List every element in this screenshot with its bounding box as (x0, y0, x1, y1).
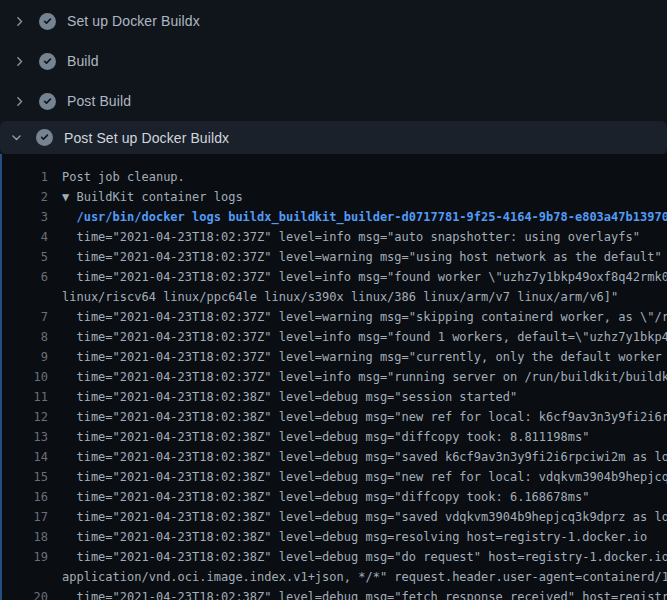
log-line: 3 /usr/bin/docker logs buildx_buildkit_b… (2, 207, 667, 227)
log-line-number: 17 (2, 507, 48, 527)
log-line-number: 2 (2, 187, 48, 207)
log-line: linux/riscv64 linux/ppc64le linux/s390x … (2, 287, 667, 307)
log-line-number: 11 (2, 387, 48, 407)
workflow-log-panel: Set up Docker Buildx Build P (0, 0, 667, 600)
log-line-text: time="2021-04-23T18:02:38Z" level=debug … (62, 587, 667, 600)
log-line: 15 time="2021-04-23T18:02:38Z" level=deb… (2, 467, 667, 487)
log-line-text: time="2021-04-23T18:02:37Z" level=info m… (62, 267, 667, 287)
log-line-number: 12 (2, 407, 48, 427)
log-line-number: 19 (2, 547, 48, 567)
log-line-number: 9 (2, 347, 48, 367)
log-line-text: time="2021-04-23T18:02:38Z" level=debug … (62, 547, 667, 567)
step-title: Set up Docker Buildx (67, 13, 200, 29)
step-row-set-up-docker-buildx[interactable]: Set up Docker Buildx (0, 1, 667, 41)
log-line-number: 15 (2, 467, 48, 487)
log-area[interactable]: 1 Post job cleanup. 2 ▼ BuildKit contain… (0, 154, 667, 600)
log-line-text: application/vnd.oci.image.index.v1+json,… (62, 567, 667, 587)
step-title: Post Set up Docker Buildx (64, 130, 229, 146)
log-line-text: time="2021-04-23T18:02:38Z" level=debug … (62, 467, 667, 487)
log-line: 9 time="2021-04-23T18:02:37Z" level=warn… (2, 347, 667, 367)
chevron-down-icon (10, 131, 23, 144)
log-line-text: time="2021-04-23T18:02:38Z" level=debug … (62, 447, 667, 467)
log-line-text: time="2021-04-23T18:02:37Z" level=warnin… (62, 307, 667, 327)
log-line-number: 13 (2, 427, 48, 447)
log-group-toggle[interactable]: 2 ▼ BuildKit container logs (2, 187, 667, 207)
log-line-text: time="2021-04-23T18:02:38Z" level=debug … (62, 487, 589, 507)
log-line-text: time="2021-04-23T18:02:37Z" level=info m… (62, 227, 640, 247)
check-circle-icon (39, 93, 56, 110)
log-line-number: 7 (2, 307, 48, 327)
log-line-text: time="2021-04-23T18:02:37Z" level=info m… (62, 367, 667, 387)
log-line: 20 time="2021-04-23T18:02:38Z" level=deb… (2, 587, 667, 600)
log-line-number: 1 (2, 167, 48, 187)
log-line: 5 time="2021-04-23T18:02:37Z" level=warn… (2, 247, 667, 267)
log-line-number: 8 (2, 327, 48, 347)
log-line-text: linux/riscv64 linux/ppc64le linux/s390x … (62, 287, 618, 307)
log-line: 13 time="2021-04-23T18:02:38Z" level=deb… (2, 427, 667, 447)
log-line-number: 20 (2, 587, 48, 600)
steps-list: Set up Docker Buildx Build P (0, 0, 667, 154)
step-title: Build (67, 53, 99, 69)
log-line-number: 18 (2, 527, 48, 547)
log-line: 16 time="2021-04-23T18:02:38Z" level=deb… (2, 487, 667, 507)
log-line: 6 time="2021-04-23T18:02:37Z" level=info… (2, 267, 667, 287)
log-line: 8 time="2021-04-23T18:02:37Z" level=info… (2, 327, 667, 347)
log-line-text: Post job cleanup. (62, 167, 185, 187)
check-circle-icon (36, 129, 53, 146)
check-circle-icon (39, 13, 56, 30)
step-title: Post Build (67, 93, 131, 109)
log-command-text: /usr/bin/docker logs buildx_buildkit_bui… (62, 207, 667, 227)
log-line: 11 time="2021-04-23T18:02:38Z" level=deb… (2, 387, 667, 407)
log-line-number: 14 (2, 447, 48, 467)
chevron-right-icon (13, 55, 26, 68)
log-line-text: time="2021-04-23T18:02:38Z" level=debug … (62, 387, 517, 407)
step-header-post-set-up-docker-buildx[interactable]: Post Set up Docker Buildx (0, 121, 667, 154)
log-line-text: time="2021-04-23T18:02:38Z" level=debug … (62, 527, 647, 547)
log-line-text: time="2021-04-23T18:02:37Z" level=info m… (62, 327, 667, 347)
log-line-text: time="2021-04-23T18:02:38Z" level=debug … (62, 507, 667, 527)
log-line: 19 time="2021-04-23T18:02:38Z" level=deb… (2, 547, 667, 567)
log-line: 4 time="2021-04-23T18:02:37Z" level=info… (2, 227, 667, 247)
log-line: application/vnd.oci.image.index.v1+json,… (2, 567, 667, 587)
log-line: 18 time="2021-04-23T18:02:38Z" level=deb… (2, 527, 667, 547)
log-line: 10 time="2021-04-23T18:02:37Z" level=inf… (2, 367, 667, 387)
log-line-text: time="2021-04-23T18:02:38Z" level=debug … (62, 427, 589, 447)
chevron-right-icon (13, 95, 26, 108)
log-line-number: 6 (2, 267, 48, 287)
log-line: 14 time="2021-04-23T18:02:38Z" level=deb… (2, 447, 667, 467)
log-line-number: 16 (2, 487, 48, 507)
log-line: 12 time="2021-04-23T18:02:38Z" level=deb… (2, 407, 667, 427)
log-line-text: time="2021-04-23T18:02:37Z" level=warnin… (62, 347, 667, 367)
log-line-text: ▼ BuildKit container logs (62, 187, 243, 207)
chevron-right-icon (13, 15, 26, 28)
log-line-number (2, 287, 48, 307)
check-circle-icon (39, 53, 56, 70)
log-line-text: time="2021-04-23T18:02:38Z" level=debug … (62, 407, 667, 427)
log-line-number: 3 (2, 207, 48, 227)
log-line-text: time="2021-04-23T18:02:37Z" level=warnin… (62, 247, 662, 267)
log-line-number (2, 567, 48, 587)
log-line-number: 10 (2, 367, 48, 387)
log-line: 17 time="2021-04-23T18:02:38Z" level=deb… (2, 507, 667, 527)
step-row-post-build[interactable]: Post Build (0, 81, 667, 121)
log-line: 7 time="2021-04-23T18:02:37Z" level=warn… (2, 307, 667, 327)
log-line: 1 Post job cleanup. (2, 167, 667, 187)
step-row-build[interactable]: Build (0, 41, 667, 81)
log-line-number: 4 (2, 227, 48, 247)
log-line-number: 5 (2, 247, 48, 267)
